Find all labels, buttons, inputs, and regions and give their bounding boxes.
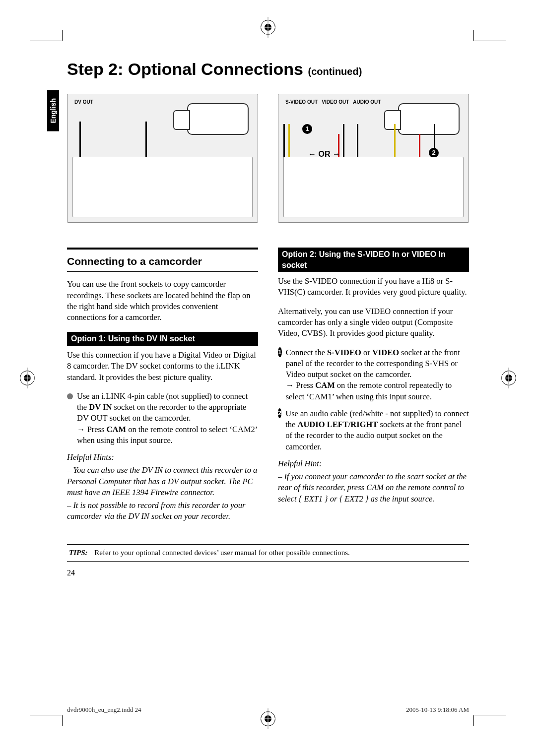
option2-paragraph: Use the S-VIDEO connection if you have a…: [278, 276, 469, 298]
tips-label: TIPS:: [69, 549, 88, 557]
text: Press: [87, 425, 107, 434]
bullet-item: Use an i.LINK 4-pin cable (not supplied)…: [67, 391, 258, 446]
text-bold: VIDEO: [372, 348, 399, 357]
section-heading: Connecting to a camcorder: [67, 254, 258, 268]
text-bold: AUDIO LEFT/RIGHT: [298, 420, 378, 429]
print-footer: dvdr9000h_eu_eng2.indd 24 2005-10-13 9:1…: [67, 706, 469, 714]
crop-mark: [30, 41, 62, 41]
footer-timestamp: 2005-10-13 9:18:06 AM: [406, 706, 469, 714]
text-bold: S-VIDEO: [327, 348, 361, 357]
hint-text: – You can also use the DV IN to connect …: [67, 465, 258, 498]
language-tab: English: [47, 90, 59, 131]
arrow-icon: →: [77, 425, 87, 434]
option2-paragraph: Alternatively, you can use VIDEO connect…: [278, 306, 469, 339]
text-bold: DV IN: [89, 402, 112, 412]
arrow-icon: →: [286, 380, 296, 390]
recorder-icon: [283, 157, 464, 217]
crop-mark: [474, 41, 506, 41]
label: VIDEO OUT: [322, 99, 349, 105]
option1-paragraph: Use this connection if you have a Digita…: [67, 350, 258, 383]
label: AUDIO OUT: [353, 99, 381, 105]
diagram-labels: S-VIDEO OUT VIDEO OUT AUDIO OUT: [285, 99, 381, 105]
hint-label: Helpful Hint:: [278, 458, 469, 469]
option1-heading: Option 1: Using the DV IN socket: [67, 332, 258, 346]
bullet-text: Use an i.LINK 4-pin cable (not supplied)…: [77, 391, 258, 446]
crop-mark: [473, 715, 474, 726]
label: S-VIDEO OUT: [285, 99, 318, 105]
registration-mark-icon: [20, 371, 35, 385]
text-bold: CAM: [107, 425, 126, 434]
bullet-icon: [67, 393, 73, 399]
step-number-icon: 1: [278, 347, 282, 357]
crop-mark: [474, 715, 506, 715]
hints-label: Helpful Hints:: [67, 452, 258, 463]
callout-2-icon: 2: [429, 148, 439, 158]
divider: [67, 271, 258, 272]
callout-1-icon: 1: [302, 124, 312, 134]
text: Connect the: [286, 348, 327, 357]
tips-text: Refer to your optional connected devices…: [94, 549, 350, 557]
intro-paragraph: You can use the front sockets to copy ca…: [67, 279, 258, 323]
step-text: Connect the S-VIDEO or VIDEO socket at t…: [286, 347, 469, 402]
footer-file: dvdr9000h_eu_eng2.indd 24: [67, 706, 141, 714]
text: or: [361, 348, 372, 357]
option2-heading: Option 2: Using the S-VIDEO In or VIDEO …: [278, 248, 469, 272]
tips-box: TIPS: Refer to your optional connected d…: [67, 544, 469, 562]
page-title: Step 2: Optional Connections (continued): [67, 60, 469, 79]
page-number: 24: [67, 568, 469, 577]
left-column: DV OUT Connecting to a camcorder You can…: [67, 94, 258, 530]
camcorder-icon: [187, 103, 249, 135]
crop-mark: [473, 30, 474, 41]
registration-mark-icon: [261, 20, 275, 35]
hint-text: – If you connect your camcorder to the s…: [278, 471, 469, 504]
title-main: Step 2: Optional Connections: [67, 60, 308, 78]
diagram-label-dvout: DV OUT: [74, 99, 93, 105]
hint-text: – It is not possible to record from this…: [67, 500, 258, 522]
crop-mark: [30, 715, 62, 715]
numbered-step: 2 Use an audio cable (red/white - not su…: [278, 408, 469, 452]
registration-mark-icon: [501, 371, 516, 385]
numbered-step: 1 Connect the S-VIDEO or VIDEO socket at…: [278, 347, 469, 402]
step-text: Use an audio cable (red/white - not supp…: [285, 408, 469, 452]
divider: [67, 248, 258, 250]
text: Press: [296, 380, 315, 390]
right-column: S-VIDEO OUT VIDEO OUT AUDIO OUT ← OR → 1…: [278, 94, 469, 530]
crop-mark: [62, 30, 63, 41]
crop-mark: [62, 715, 63, 726]
recorder-icon: [72, 157, 253, 217]
diagram-svideo-connection: S-VIDEO OUT VIDEO OUT AUDIO OUT ← OR → 1…: [278, 94, 469, 223]
text-bold: CAM: [315, 380, 335, 390]
step-number-icon: 2: [278, 408, 281, 418]
diagram-dv-connection: DV OUT: [67, 94, 258, 223]
title-continued: (continued): [308, 66, 362, 77]
